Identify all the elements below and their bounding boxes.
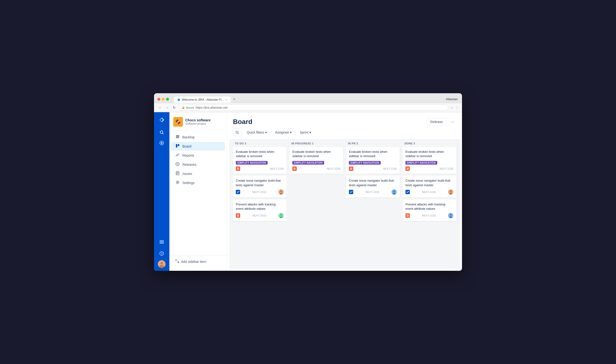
sidebar-item-issues-label: Issues bbox=[182, 172, 192, 176]
quick-filters-button[interactable]: Quick filters ▾ bbox=[243, 129, 270, 136]
minimize-button[interactable] bbox=[162, 98, 165, 101]
card-c8[interactable]: Create issue navigator build that tests … bbox=[403, 176, 456, 197]
card-footer-c1: NEXT-1226 bbox=[236, 167, 284, 171]
maximize-button[interactable] bbox=[166, 98, 169, 101]
svg-point-48 bbox=[393, 190, 395, 192]
tab-close-button[interactable]: ✕ bbox=[225, 98, 227, 101]
back-button[interactable]: ← bbox=[157, 105, 163, 110]
card-id-c5: NEXT-1226 bbox=[383, 167, 397, 170]
assignee-filter-button[interactable]: Assignee ▾ bbox=[272, 129, 295, 136]
card-c5[interactable]: Evaluate broken tests when sidebar is re… bbox=[346, 147, 400, 174]
refresh-button[interactable]: ↻ bbox=[172, 105, 177, 110]
card-c9[interactable]: Prevent attacks with tracking event attr… bbox=[403, 199, 456, 221]
card-c2[interactable]: Create issue navigator build that tests … bbox=[233, 176, 287, 197]
traffic-lights bbox=[157, 98, 169, 101]
card-tag-c1: SIMPLIFY NAVIGATION bbox=[236, 161, 267, 165]
bug-type-icon bbox=[406, 213, 410, 218]
column-header-inpr: IN PR 2 bbox=[346, 139, 400, 147]
card-title-c5: Evaluate broken tests when sidebar is re… bbox=[349, 150, 397, 158]
jira-logo[interactable] bbox=[157, 115, 167, 125]
global-nav-bottom: ? bbox=[157, 237, 167, 268]
sprint-chevron: ▾ bbox=[309, 130, 311, 134]
card-footer-c9: NEXT-1016 bbox=[406, 213, 453, 218]
task-type-icon bbox=[406, 190, 410, 194]
svg-point-60 bbox=[450, 214, 452, 216]
card-footer-c7: NEXT-1226 bbox=[406, 167, 453, 171]
card-id-c7: NEXT-1226 bbox=[440, 167, 453, 170]
column-header-todo: TO DO 3 bbox=[233, 139, 287, 147]
card-title-c2: Create issue navigator build that tests … bbox=[236, 179, 284, 187]
sidebar-item-backlog-label: Backlog bbox=[182, 135, 195, 139]
card-c6[interactable]: Create issue navigator build that tests … bbox=[346, 176, 400, 197]
card-title-c9: Prevent attacks with tracking event attr… bbox=[406, 202, 453, 211]
new-tab-button[interactable]: + bbox=[231, 96, 238, 103]
nav-divider bbox=[169, 255, 227, 255]
sprint-filter-button[interactable]: Sprint ▾ bbox=[297, 129, 314, 136]
browser-titlebar: 🔷 Welcome to JIRA - Atlassian Fi... ✕ + … bbox=[154, 93, 462, 103]
card-title-c3: Prevent attacks with tracking event attr… bbox=[236, 202, 284, 211]
project-name: Choco software bbox=[185, 118, 210, 122]
sidebar-item-backlog[interactable]: Backlog bbox=[171, 133, 225, 142]
release-button[interactable]: Release bbox=[426, 118, 447, 125]
svg-point-11 bbox=[160, 262, 163, 264]
card-avatar-c9 bbox=[448, 213, 453, 218]
user-avatar-global[interactable] bbox=[158, 260, 166, 268]
global-nav-search[interactable] bbox=[157, 128, 167, 137]
sidebar-item-issues[interactable]: Issues bbox=[171, 169, 225, 178]
backlog-icon bbox=[175, 135, 180, 140]
svg-rect-13 bbox=[176, 135, 179, 136]
cards-container-done: Evaluate broken tests when sidebar is re… bbox=[403, 147, 456, 265]
project-avatar: 🍫 bbox=[173, 117, 183, 127]
search-box[interactable] bbox=[233, 129, 242, 136]
more-options-button[interactable]: ··· bbox=[449, 118, 456, 125]
card-id-c3: NEXT-1016 bbox=[252, 214, 266, 217]
global-nav-menu[interactable] bbox=[157, 237, 167, 247]
tab-title: Welcome to JIRA - Atlassian Fi... bbox=[182, 98, 224, 101]
bug-type-icon bbox=[236, 213, 240, 218]
board-filters: Quick filters ▾ Assignee ▾ Sprint ▾ bbox=[227, 126, 462, 139]
sidebar-item-releases-label: Releases bbox=[182, 163, 196, 167]
address-bar[interactable]: 🔒 Secure https://jira.atlassian.net bbox=[179, 104, 448, 111]
cards-container-inprogress: Evaluate broken tests when sidebar is re… bbox=[290, 147, 343, 265]
card-c3[interactable]: Prevent attacks with tracking event attr… bbox=[233, 199, 287, 221]
svg-line-28 bbox=[238, 133, 239, 134]
secure-badge: 🔒 Secure bbox=[182, 106, 194, 109]
svg-point-33 bbox=[280, 190, 282, 192]
url-display: https://jira.atlassian.net bbox=[196, 106, 228, 109]
card-c7[interactable]: Evaluate broken tests when sidebar is re… bbox=[403, 147, 456, 174]
global-nav-help[interactable]: ? bbox=[157, 249, 167, 258]
more-options-icon[interactable]: ⋮ bbox=[455, 106, 459, 110]
board-column-done: DONE 3Evaluate broken tests when sidebar… bbox=[403, 139, 456, 265]
card-footer-c4: NEXT-1226 bbox=[292, 167, 340, 171]
bug-type-icon bbox=[349, 167, 353, 171]
card-footer-c2: NEXT-1016 bbox=[236, 189, 284, 195]
board-header: Board Release ··· bbox=[227, 112, 462, 126]
board-column-todo: TO DO 3Evaluate broken tests when sideba… bbox=[233, 139, 287, 265]
card-id-c2: NEXT-1016 bbox=[252, 191, 266, 194]
sidebar-item-reports[interactable]: Reports bbox=[171, 151, 225, 160]
main-content: Board Release ··· Quick filters ▾ bbox=[227, 112, 462, 271]
svg-rect-16 bbox=[176, 144, 177, 147]
browser-tab-active[interactable]: 🔷 Welcome to JIRA - Atlassian Fi... ✕ bbox=[174, 97, 231, 103]
card-c4[interactable]: Evaluate broken tests when sidebar is re… bbox=[290, 147, 343, 174]
forward-button[interactable]: → bbox=[165, 105, 170, 110]
card-avatar-c2 bbox=[278, 189, 284, 195]
card-c1[interactable]: Evaluate broken tests when sidebar is re… bbox=[233, 147, 287, 174]
cards-container-inpr: Evaluate broken tests when sidebar is re… bbox=[346, 147, 400, 265]
card-footer-c5: NEXT-1226 bbox=[349, 167, 397, 171]
bookmark-icon[interactable]: ☆ bbox=[450, 106, 453, 110]
sidebar-item-settings[interactable]: Settings bbox=[171, 179, 225, 187]
card-tag-c7: SIMPLIFY NAVIGATION bbox=[406, 161, 437, 165]
sidebar-item-releases[interactable]: Releases bbox=[171, 160, 225, 169]
card-title-c6: Create issue navigator build that tests … bbox=[349, 179, 397, 187]
svg-point-54 bbox=[450, 190, 452, 192]
column-header-inprogress: IN PROGRESS 1 bbox=[290, 139, 343, 147]
card-title-c1: Evaluate broken tests when sidebar is re… bbox=[236, 150, 284, 158]
close-button[interactable] bbox=[157, 98, 160, 101]
task-type-icon bbox=[349, 190, 353, 194]
card-avatar-c6 bbox=[392, 189, 397, 195]
global-nav-create[interactable] bbox=[157, 138, 167, 148]
sidebar-item-board[interactable]: Board bbox=[171, 142, 225, 151]
svg-text:?: ? bbox=[161, 252, 163, 255]
add-sidebar-item-button[interactable]: Add sidebar item bbox=[171, 257, 225, 266]
